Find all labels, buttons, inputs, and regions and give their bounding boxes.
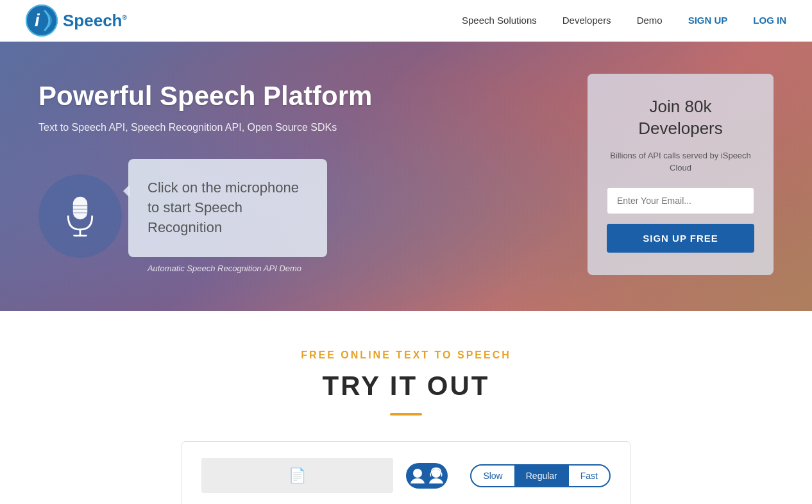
navbar: i Speech® Speech Solutions Developers De… xyxy=(0,0,812,42)
hero-title: Powerful Speech Platform xyxy=(38,80,549,112)
microphone-icon xyxy=(61,194,99,239)
email-input[interactable] xyxy=(607,187,754,214)
tts-text-area[interactable]: 📄 xyxy=(201,458,393,493)
nav-item-login[interactable]: LOG IN xyxy=(753,15,786,26)
tts-divider xyxy=(390,413,422,416)
nav-item-signup[interactable]: SIGN UP xyxy=(688,15,728,26)
signup-link[interactable]: SIGN UP xyxy=(688,15,728,26)
speech-bubble-text: Click on the microphone to start Speech … xyxy=(148,178,308,237)
tts-section: FREE ONLINE TEXT TO SPEECH TRY IT OUT 📄 xyxy=(0,311,812,504)
hero-right: Join 80k Developers Billions of API call… xyxy=(588,74,774,275)
voice-gender-toggle[interactable] xyxy=(406,463,448,489)
mic-button[interactable] xyxy=(38,174,122,258)
tts-section-label: FREE ONLINE TEXT TO SPEECH xyxy=(13,349,799,361)
slow-speed-button[interactable]: Slow xyxy=(471,466,514,486)
svg-point-9 xyxy=(413,469,422,478)
hero-subtitle: Text to Speech API, Speech Recognition A… xyxy=(38,122,549,133)
svg-text:i: i xyxy=(35,10,40,30)
mic-demo-area: Click on the microphone to start Speech … xyxy=(38,159,549,273)
speech-bubble: Click on the microphone to start Speech … xyxy=(128,159,327,256)
asr-demo-label: Automatic Speech Recognition API Demo xyxy=(122,264,327,273)
hero-left: Powerful Speech Platform Text to Speech … xyxy=(38,74,549,273)
signup-card: Join 80k Developers Billions of API call… xyxy=(588,74,774,275)
male-voice-icon xyxy=(409,467,427,485)
developers-link[interactable]: Developers xyxy=(562,15,611,26)
logo-svg: i xyxy=(26,4,58,37)
document-icon: 📄 xyxy=(289,467,306,484)
nav-links: Speech Solutions Developers Demo SIGN UP… xyxy=(462,15,786,26)
nav-item-demo[interactable]: Demo xyxy=(637,15,663,26)
login-link[interactable]: LOG IN xyxy=(753,15,786,26)
tts-section-title: TRY IT OUT xyxy=(13,371,799,401)
svg-rect-3 xyxy=(73,197,87,219)
signup-card-subtitle: Billions of API calls served by iSpeech … xyxy=(607,149,754,174)
female-voice-icon xyxy=(427,467,445,485)
logo-label: Speech® xyxy=(63,11,127,31)
nav-item-developers[interactable]: Developers xyxy=(562,15,611,26)
signup-free-button[interactable]: SIGN UP FREE xyxy=(607,224,754,253)
tts-demo-box: 📄 Slow Regular Fast xyxy=(182,441,630,504)
regular-speed-button[interactable]: Regular xyxy=(514,466,569,486)
svg-point-10 xyxy=(432,469,441,478)
speed-selector: Slow Regular Fast xyxy=(470,464,611,487)
fast-speed-button[interactable]: Fast xyxy=(569,466,609,486)
logo-icon: i xyxy=(26,4,58,37)
nav-item-speech-solutions[interactable]: Speech Solutions xyxy=(462,15,537,26)
logo[interactable]: i Speech® xyxy=(26,4,127,37)
signup-card-title: Join 80k Developers xyxy=(607,96,754,140)
speech-solutions-link[interactable]: Speech Solutions xyxy=(462,15,537,26)
hero-section: Powerful Speech Platform Text to Speech … xyxy=(0,42,812,311)
demo-link[interactable]: Demo xyxy=(637,15,663,26)
